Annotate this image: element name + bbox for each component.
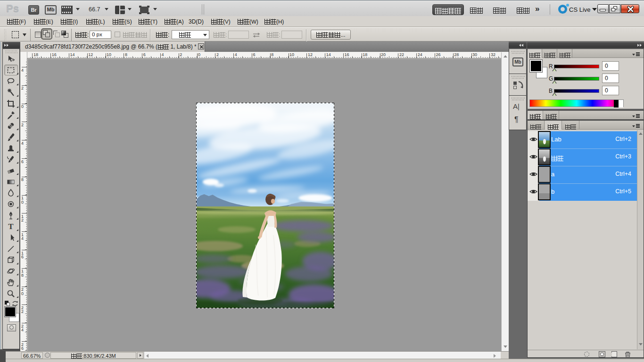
svg-text:T: T (8, 222, 14, 231)
